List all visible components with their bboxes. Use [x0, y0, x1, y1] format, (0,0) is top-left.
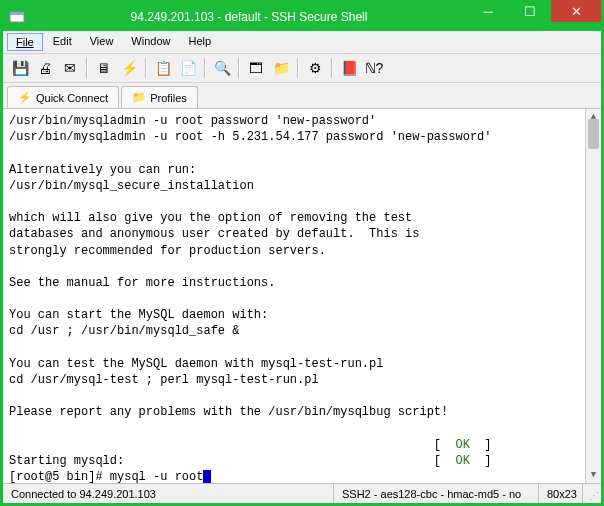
folder-icon: 📁 — [132, 91, 146, 104]
tab-label: Profiles — [150, 92, 187, 104]
tab-quick-connect[interactable]: ⚡ Quick Connect — [7, 86, 119, 108]
tabbar: ⚡ Quick Connect 📁 Profiles — [3, 83, 601, 109]
menu-edit[interactable]: Edit — [45, 33, 80, 51]
menu-view[interactable]: View — [82, 33, 122, 51]
print-icon[interactable]: 🖨 — [34, 57, 56, 79]
menu-help[interactable]: Help — [180, 33, 219, 51]
settings-icon[interactable]: ⚙ — [304, 57, 326, 79]
resize-grip[interactable]: ⋰ — [583, 484, 601, 503]
separator — [297, 58, 299, 78]
status-ok: OK — [455, 438, 469, 452]
help-book-icon[interactable]: 📕 — [338, 57, 360, 79]
status-ok: OK — [455, 454, 469, 468]
scrollbar[interactable]: ▲ ▼ — [585, 109, 601, 483]
svg-rect-1 — [10, 12, 24, 15]
menubar: File Edit View Window Help — [3, 31, 601, 54]
paste-icon[interactable]: 📄 — [177, 57, 199, 79]
status-connection: Connected to 94.249.201.103 — [3, 484, 334, 503]
separator — [331, 58, 333, 78]
separator — [145, 58, 147, 78]
tab-label: Quick Connect — [36, 92, 108, 104]
find-icon[interactable]: 🔍 — [211, 57, 233, 79]
separator — [86, 58, 88, 78]
copy-icon[interactable]: 📋 — [152, 57, 174, 79]
tab-profiles[interactable]: 📁 Profiles — [121, 86, 198, 108]
file-transfer-icon[interactable]: 📁 — [270, 57, 292, 79]
maximize-button[interactable]: ☐ — [509, 0, 551, 22]
scroll-thumb[interactable] — [588, 119, 599, 149]
status-size: 80x23 — [539, 484, 583, 503]
status-cipher: SSH2 - aes128-cbc - hmac-md5 - no — [334, 484, 539, 503]
statusbar: Connected to 94.249.201.103 SSH2 - aes12… — [3, 483, 601, 503]
ssh-window: 94.249.201.103 - default - SSH Secure Sh… — [0, 0, 604, 506]
scroll-down-icon[interactable]: ▼ — [586, 467, 601, 483]
close-button[interactable]: ✕ — [551, 0, 601, 22]
menu-window[interactable]: Window — [123, 33, 178, 51]
lightning-icon: ⚡ — [18, 91, 32, 104]
separator — [204, 58, 206, 78]
save-icon[interactable]: 💾 — [9, 57, 31, 79]
menu-file[interactable]: File — [7, 33, 43, 51]
terminal-cursor — [203, 470, 211, 483]
context-help-icon[interactable]: ℕ? — [363, 57, 385, 79]
separator — [238, 58, 240, 78]
minimize-button[interactable]: ─ — [467, 0, 509, 22]
window-controls: ─ ☐ ✕ — [467, 3, 601, 31]
toolbar: 💾 🖨 ✉ 🖥 ⚡ 📋 📄 🔍 🗔 📁 ⚙ 📕 ℕ? — [3, 54, 601, 83]
app-icon — [9, 9, 25, 25]
titlebar[interactable]: 94.249.201.103 - default - SSH Secure Sh… — [3, 3, 601, 31]
disconnect-icon[interactable]: ⚡ — [118, 57, 140, 79]
mail-icon[interactable]: ✉ — [59, 57, 81, 79]
new-terminal-icon[interactable]: 🗔 — [245, 57, 267, 79]
window-title: 94.249.201.103 - default - SSH Secure Sh… — [31, 10, 467, 24]
terminal-output[interactable]: /usr/bin/mysqladmin -u root password 'ne… — [3, 109, 601, 483]
connect-icon[interactable]: 🖥 — [93, 57, 115, 79]
